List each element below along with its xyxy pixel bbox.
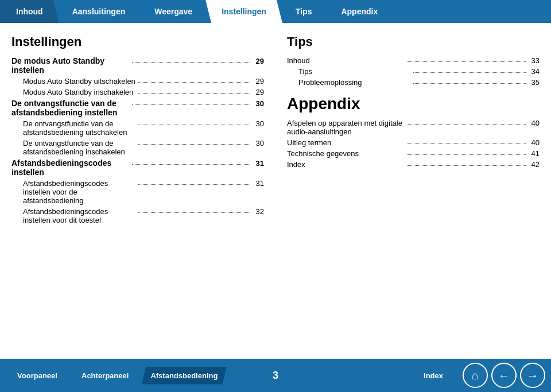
toc-label: De ontvangstfunctie van de afstandsbedie… xyxy=(23,139,135,156)
tab-inhoud[interactable]: Inhoud xyxy=(0,0,59,23)
left-toc: De modus Auto Standby instellen29Modus A… xyxy=(11,56,264,224)
appendix-toc: Afspelen op apparaten met digitale audio… xyxy=(287,119,540,169)
toc-dots xyxy=(408,143,526,144)
toc-number: 40 xyxy=(528,119,540,127)
tab-aansluitingen[interactable]: Aansluitingen xyxy=(56,0,142,23)
tab-tips[interactable]: Tips xyxy=(280,0,328,23)
toc-number: 29 xyxy=(253,88,264,96)
toc-label: De ontvangstfunctie van de afstandsbedie… xyxy=(11,99,130,117)
toc-label: Modus Auto Standby inschakelen xyxy=(23,88,135,96)
tips-toc: Inhoud33Tips34Probleemoplossing35 xyxy=(287,56,540,87)
forward-button[interactable]: → xyxy=(520,363,545,388)
toc-label: Afspelen op apparaten met digitale audio… xyxy=(287,119,405,136)
toc-dots xyxy=(138,82,250,83)
toc-entry[interactable]: Inhoud33 xyxy=(287,56,540,65)
toc-label: De ontvangstfunctie van de afstandsbedie… xyxy=(23,119,135,137)
toc-number: 34 xyxy=(528,67,540,76)
toc-number: 42 xyxy=(528,160,540,169)
toc-number: 40 xyxy=(528,138,540,147)
toc-number: 29 xyxy=(253,77,264,86)
home-icon: ⌂ xyxy=(472,369,479,382)
voorpaneel-button[interactable]: Voorpaneel xyxy=(6,367,69,385)
tab-instellingen[interactable]: Instellingen xyxy=(205,0,282,23)
toc-dots xyxy=(138,125,250,125)
forward-icon: → xyxy=(527,369,538,382)
toc-dots xyxy=(413,83,526,84)
toc-number: 32 xyxy=(253,207,264,216)
toc-entry[interactable]: Probleemoplossing35 xyxy=(287,78,540,87)
toc-dots xyxy=(138,212,250,213)
toc-label: Afstandsbedieningscodes instellen voor d… xyxy=(23,207,135,224)
toc-entry[interactable]: Index42 xyxy=(287,160,540,169)
toc-entry[interactable]: De ontvangstfunctie van de afstandsbedie… xyxy=(11,139,264,156)
back-icon: ← xyxy=(498,369,510,382)
toc-dots xyxy=(132,62,250,63)
top-navigation: Inhoud Aansluitingen Weergave Instelling… xyxy=(0,0,551,23)
toc-dots xyxy=(138,144,250,145)
bottom-navigation: Voorpaneel Achterpaneel Afstandsbedienin… xyxy=(0,359,551,392)
toc-entry[interactable]: Afstandsbedieningscodes instellen voor d… xyxy=(11,207,264,224)
toc-label: Uitleg termen xyxy=(287,138,405,147)
right-panel: Tips Inhoud33Tips34Probleemoplossing35 A… xyxy=(281,34,540,347)
back-button[interactable]: ← xyxy=(491,363,517,388)
toc-label: Afstandsbedieningscodes instellen xyxy=(11,158,130,177)
toc-entry[interactable]: Afstandsbedieningscodes instellen voor d… xyxy=(11,179,264,205)
toc-entry[interactable]: De ontvangstfunctie van de afstandsbedie… xyxy=(11,119,264,137)
toc-dots xyxy=(132,164,250,165)
toc-entry[interactable]: De modus Auto Standby instellen29 xyxy=(11,56,264,75)
toc-entry[interactable]: Afspelen op apparaten met digitale audio… xyxy=(287,119,540,136)
toc-entry[interactable]: Modus Auto Standby uitschakelen29 xyxy=(11,77,264,86)
toc-entry[interactable]: De ontvangstfunctie van de afstandsbedie… xyxy=(11,99,264,117)
toc-entry[interactable]: Tips34 xyxy=(287,67,540,76)
toc-dots xyxy=(132,104,250,105)
toc-number: 30 xyxy=(253,119,264,128)
toc-entry[interactable]: Technische gegevens41 xyxy=(287,149,540,158)
toc-label: Modus Auto Standby uitschakelen xyxy=(23,77,135,86)
toc-number: 35 xyxy=(528,78,540,87)
toc-dots xyxy=(408,124,526,125)
tab-weergave[interactable]: Weergave xyxy=(138,0,208,23)
toc-dots xyxy=(413,72,526,73)
toc-label: Index xyxy=(287,160,405,169)
toc-entry[interactable]: Modus Auto Standby inschakelen29 xyxy=(11,88,264,96)
toc-number: 31 xyxy=(253,179,264,188)
toc-dots xyxy=(408,154,526,155)
toc-number: 33 xyxy=(528,56,540,65)
toc-number: 30 xyxy=(253,139,264,148)
toc-number: 41 xyxy=(528,149,540,158)
toc-label: Probleemoplossing xyxy=(298,78,411,87)
page-number: 3 xyxy=(273,370,278,382)
toc-label: Technische gegevens xyxy=(287,149,405,158)
bottom-left-buttons: Voorpaneel Achterpaneel Afstandsbedienin… xyxy=(6,367,227,385)
toc-number: 30 xyxy=(253,99,264,108)
index-button[interactable]: Index xyxy=(408,363,459,388)
tab-appendix[interactable]: Appendix xyxy=(325,0,394,23)
toc-number: 31 xyxy=(253,159,264,168)
achterpaneel-button[interactable]: Achterpaneel xyxy=(72,367,138,385)
toc-label: Tips xyxy=(298,67,411,76)
toc-dots xyxy=(138,93,250,94)
toc-label: De modus Auto Standby instellen xyxy=(11,56,130,75)
main-content: Instellingen De modus Auto Standby inste… xyxy=(0,23,551,359)
left-section-title: Instellingen xyxy=(11,34,264,49)
toc-dots xyxy=(408,61,526,62)
toc-number: 29 xyxy=(253,57,264,65)
toc-dots xyxy=(408,165,526,166)
home-button[interactable]: ⌂ xyxy=(463,363,488,388)
toc-entry[interactable]: Afstandsbedieningscodes instellen31 xyxy=(11,158,264,177)
left-panel: Instellingen De modus Auto Standby inste… xyxy=(11,34,270,347)
tips-title: Tips xyxy=(287,34,540,49)
toc-dots xyxy=(138,184,250,185)
toc-entry[interactable]: Uitleg termen40 xyxy=(287,138,540,147)
bottom-right-buttons: Index ⌂ ← → xyxy=(408,363,545,388)
toc-label: Afstandsbedieningscodes instellen voor d… xyxy=(23,179,135,205)
appendix-title: Appendix xyxy=(287,95,540,113)
afstandsbediening-button[interactable]: Afstandsbediening xyxy=(141,367,227,385)
toc-label: Inhoud xyxy=(287,56,405,65)
